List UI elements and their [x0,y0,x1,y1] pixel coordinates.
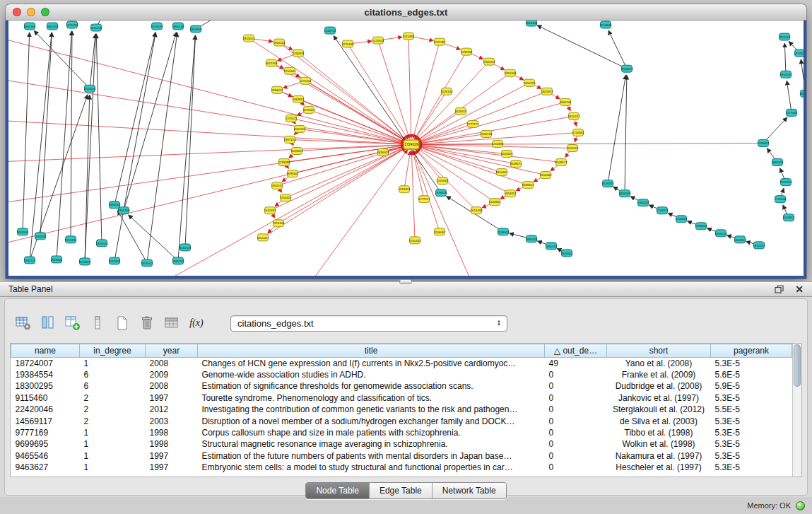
create-column-button[interactable] [64,314,82,332]
graph-node[interactable]: 1761433 [409,237,421,244]
table-row[interactable]: 1938455462009Genome-wide association stu… [11,369,792,380]
graph-node[interactable]: 1777177 [467,120,479,127]
graph-node[interactable]: 2204067 [434,228,446,235]
graph-node[interactable]: 1918455 [399,186,411,193]
tab-network-table[interactable]: Network Table [432,483,506,498]
graph-node[interactable]: 2260878 [293,49,305,57]
column-header-short[interactable]: short [607,344,711,358]
graph-node[interactable]: 1277071 [418,196,430,203]
column-header-year[interactable]: year [146,344,198,358]
graph-node[interactable]: 1961355 [483,58,495,65]
delete-column-button[interactable] [88,314,107,332]
graph-node[interactable]: 1626155 [455,107,467,115]
graph-node[interactable]: 4275322 [303,106,315,113]
graph-node[interactable]: 1924502 [561,250,573,257]
graph-node[interactable]: 1955010 [779,33,791,40]
zoom-window-button[interactable] [41,8,49,16]
graph-node[interactable]: 1601622 [567,144,579,151]
tab-node-table[interactable]: Node Table [306,483,369,498]
table-row[interactable]: 2242004622012Investigating the contribut… [11,404,792,415]
table-vertical-scrollbar[interactable] [792,344,801,477]
graph-node[interactable]: 1915295 [780,71,792,78]
table-row[interactable]: 1872400712008Changes of HCN gene express… [11,358,792,369]
graph-node[interactable]: 1830029 [377,149,389,156]
graph-node[interactable]: 1615433 [264,207,276,214]
graph-node[interactable]: 1892450 [695,223,707,230]
graph-node[interactable]: 1160744 [481,130,493,137]
graph-node[interactable]: 1225439 [342,40,354,47]
graph-node[interactable]: 3067222 [294,125,306,132]
graph-node[interactable]: 8549571 [510,160,522,168]
graph-node[interactable]: 1154801 [79,258,91,265]
float-panel-icon[interactable] [775,285,784,293]
table-selector-combobox[interactable]: citations_edges.txt ▲▼ [230,315,507,332]
network-canvas[interactable]: 1724029185301219012442260878601233917554… [8,21,804,276]
import-table-button[interactable] [163,314,181,332]
graph-node[interactable]: 2011054 [90,24,102,31]
graph-node[interactable]: 9099653 [522,182,534,189]
column-header-out_de[interactable]: △ out_de… [545,344,607,358]
graph-node[interactable]: 1210644 [572,129,584,136]
graph-node[interactable]: 1915293 [66,21,78,28]
graph-node[interactable]: 9099447 [287,170,299,177]
graph-node[interactable]: 1592721 [24,257,36,264]
graph-node[interactable]: 9154449 [540,172,552,179]
graph-node[interactable]: 1915291 [65,236,77,243]
column-header-name[interactable]: name [11,344,80,358]
graph-node[interactable]: 1595821 [758,139,770,146]
graph-node[interactable]: 8549577 [555,159,567,166]
table-mode-button[interactable] [14,314,33,332]
graph-node[interactable]: 1793388 [278,159,290,166]
graph-node[interactable]: 1955019 [715,230,727,237]
graph-node[interactable]: 6012339 [266,59,278,66]
graph-node[interactable]: 1944879 [621,65,633,72]
table-row[interactable]: 1456911722003Disruption of a novel membe… [11,415,792,426]
graph-node[interactable]: 1905138 [118,207,130,214]
graph-node[interactable]: 1275342 [300,77,312,84]
graph-node[interactable]: 1905135 [172,23,184,30]
graph-node[interactable]: 1955017 [141,259,153,267]
graph-node[interactable]: 1824503 [734,236,746,243]
graph-node[interactable]: 1901244 [273,39,286,46]
graph-node[interactable]: 1610747 [568,112,580,119]
close-panel-icon[interactable]: ✕ [795,284,804,294]
graph-node[interactable]: 1720551 [657,207,669,214]
graph-node[interactable]: 1984421 [271,86,283,93]
graph-node[interactable]: 1892455 [526,235,538,243]
graph-node[interactable]: 1824507 [794,49,804,57]
tab-edge-table[interactable]: Edge Table [369,483,432,498]
graph-node[interactable]: 1275511 [286,115,298,122]
graph-node[interactable]: 1915297 [753,242,765,249]
graph-node[interactable]: 1154815 [676,216,688,223]
graph-node[interactable]: 1854957 [505,190,517,197]
graph-node[interactable]: 1615439 [471,207,483,214]
table-row[interactable]: 911546021997Tourette syndrome. Phenomeno… [11,392,792,404]
graph-node[interactable]: 1061431 [546,243,558,250]
graph-node[interactable]: 1955344 [505,69,517,76]
column-header-in_degree[interactable]: in_degree [80,344,146,358]
graph-node[interactable]: 2061050 [800,90,804,97]
graph-node[interactable]: 3226144 [441,88,453,95]
graph-node[interactable]: 1115489 [403,33,415,40]
close-window-button[interactable] [13,8,21,16]
graph-node[interactable]: 7913444 [273,220,285,227]
graph-node[interactable]: 1297934 [461,48,473,55]
graph-node[interactable]: 1816301 [51,256,63,263]
graph-node[interactable]: 1844302 [772,159,784,166]
graph-node[interactable]: 1816304 [526,21,538,26]
graph-node[interactable]: 1918458 [435,189,447,197]
graph-node[interactable]: 2210643 [437,177,449,185]
graph-node[interactable]: 1592723 [324,27,336,34]
scrollbar-thumb[interactable] [794,344,801,387]
graph-node[interactable]: 1221397 [434,38,446,45]
graph-node[interactable]: 2069811 [293,95,305,103]
graph-node[interactable]: 1061433 [780,179,792,186]
graph-node[interactable]: 1277065 [786,109,798,116]
graph-node[interactable]: 1832511 [271,182,283,189]
window-titlebar[interactable]: citations_edges.txt [6,4,806,21]
graph-node[interactable]: 2510537 [180,244,192,251]
graph-node[interactable]: 2011057 [109,257,121,264]
table-row[interactable]: 1830029562008Estimation of significance … [11,380,792,392]
graph-node[interactable]: 1801974 [541,88,553,95]
table-row[interactable]: 946362711997Embryonic stem cells: a mode… [11,462,792,473]
